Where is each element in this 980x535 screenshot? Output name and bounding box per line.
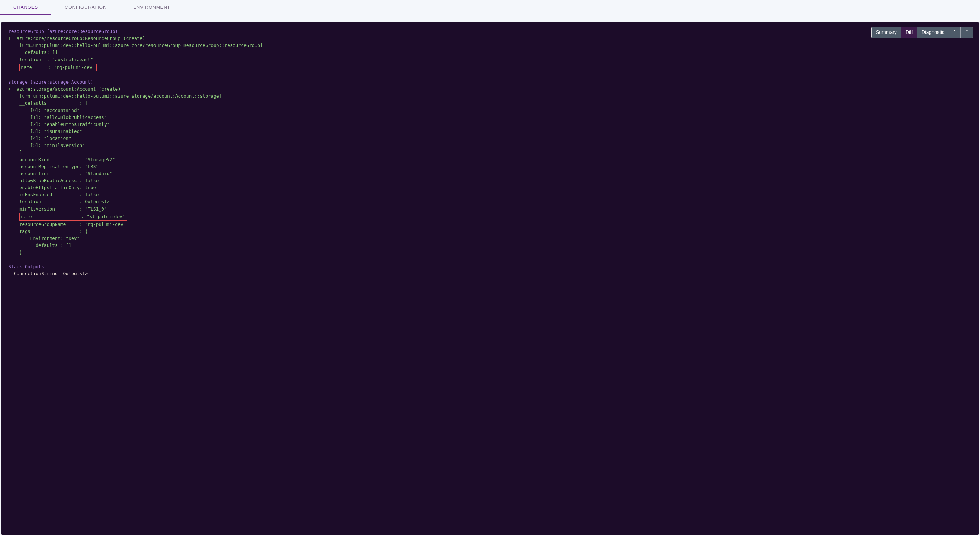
storage-header: storage (azure:storage:Account) — [8, 80, 93, 84]
diff-output: resourceGroup (azure:core:ResourceGroup)… — [8, 28, 972, 277]
diff-button[interactable]: Diff — [901, 27, 918, 38]
rg-name-highlight: name : "rg-pulumi-dev" — [19, 64, 97, 71]
view-mode-group: Summary Diff Diagnostic ˄ ˅ — [871, 27, 973, 38]
tab-changes[interactable]: CHANGES — [0, 0, 51, 15]
rg-create: + azure:core/resourceGroup:ResourceGroup… — [8, 36, 145, 41]
summary-button[interactable]: Summary — [872, 27, 901, 38]
rg-location: location : "australiaeast" — [8, 57, 93, 62]
output-connectionstring: ConnectionString: Output<T> — [8, 271, 88, 276]
storage-create: + azure:storage/account:Account (create) — [8, 86, 121, 92]
storage-name-highlight: name : "strpulumidev" — [19, 213, 127, 221]
rg-header: resourceGroup (azure:core:ResourceGroup) — [8, 29, 118, 34]
rg-urn: [urn=urn:pulumi:dev::hello-pulumi::azure… — [8, 43, 263, 48]
chevron-up-icon: ˄ — [953, 30, 956, 35]
diagnostic-button[interactable]: Diagnostic — [918, 27, 949, 38]
tab-bar: CHANGES CONFIGURATION ENVIRONMENT — [0, 0, 980, 15]
tab-configuration[interactable]: CONFIGURATION — [51, 0, 120, 15]
collapse-down-button[interactable]: ˅ — [961, 27, 973, 38]
tab-environment[interactable]: ENVIRONMENT — [120, 0, 183, 15]
storage-urn: [urn=urn:pulumi:dev::hello-pulumi::azure… — [8, 93, 221, 99]
stack-outputs-header: Stack Outputs: — [8, 264, 47, 269]
collapse-up-button[interactable]: ˄ — [949, 27, 961, 38]
rg-defaults: __defaults: [] — [8, 49, 58, 55]
chevron-down-icon: ˅ — [966, 30, 968, 35]
diff-console: Summary Diff Diagnostic ˄ ˅ resourceGrou… — [2, 22, 978, 535]
